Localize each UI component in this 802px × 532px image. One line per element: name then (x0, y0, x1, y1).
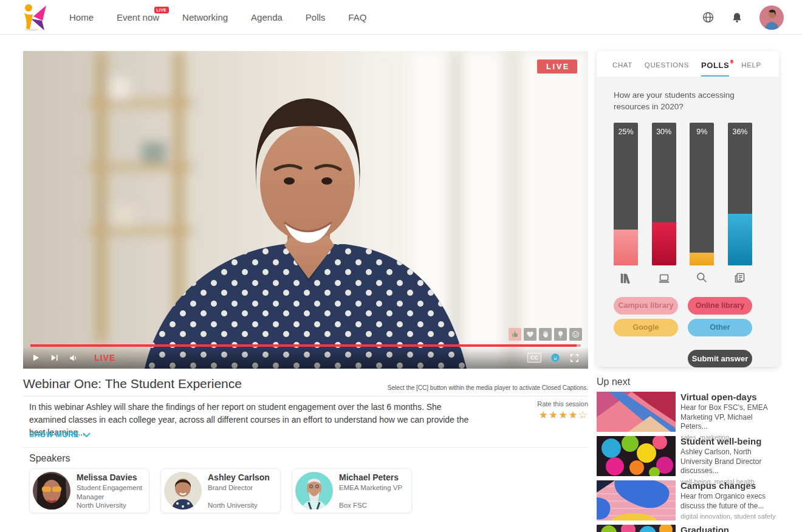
documents-icon (728, 271, 752, 285)
lightbulb-icon[interactable] (554, 328, 567, 341)
top-navigation-bar: Home Event now LIVE Networking Agenda Po… (0, 0, 802, 35)
session-thumbnail (597, 525, 676, 532)
brand-logo[interactable] (18, 2, 47, 32)
volume-icon[interactable] (69, 353, 78, 363)
speaker-name: Michael Peters (339, 472, 409, 482)
search-icon (690, 271, 714, 285)
smiley-icon[interactable] (569, 328, 582, 341)
poll-bar-other: 36% (728, 123, 752, 265)
speaker-card-melissa-davies[interactable]: Melissa Davies Student Engagement Manage… (29, 468, 149, 513)
bell-icon[interactable] (730, 11, 744, 24)
divider (23, 447, 588, 448)
rating-block: Rate this session ★★★★☆ (537, 400, 588, 421)
closed-captions-button[interactable]: CC (527, 353, 541, 363)
option-campus-library[interactable]: Campus library (614, 297, 678, 315)
option-google[interactable]: Google (614, 319, 678, 336)
session-description: In this webinar Ashley will share the fi… (29, 401, 476, 439)
nav-faq[interactable]: FAQ (348, 12, 366, 22)
show-more-link[interactable]: SHOW MORE (29, 431, 91, 439)
panel-tabs: CHAT QUESTIONS POLLS HELP (597, 51, 779, 78)
session-thumbnail (597, 392, 676, 432)
poll-bar-online-library: 30% (652, 123, 676, 265)
session-thumbnail (597, 436, 676, 476)
nav-event-now[interactable]: Event now LIVE (117, 12, 159, 22)
nav-polls[interactable]: Polls (306, 12, 326, 22)
nav-live-badge: LIVE (154, 7, 169, 13)
up-next-tags: digital innovation, student safety (680, 513, 779, 520)
presenter-bubble-icon[interactable] (550, 352, 561, 363)
up-next-title: Virtual open-days (680, 392, 779, 402)
tab-chat[interactable]: CHAT (612, 53, 632, 75)
poll-question: How are your students accessing resource… (614, 90, 753, 113)
live-indicator: LIVE (94, 353, 115, 363)
play-button[interactable] (32, 353, 40, 362)
chevron-down-icon (83, 432, 91, 438)
player-controls: LIVE CC (23, 347, 588, 369)
speaker-avatar (33, 472, 70, 510)
fullscreen-button[interactable] (569, 353, 580, 363)
thumbs-up-icon[interactable] (509, 328, 521, 341)
poll-notification-icon (729, 57, 735, 66)
poll-answer-options: Campus library Online library Google Oth… (614, 297, 752, 336)
live-badge: LIVE (537, 60, 577, 73)
speaker-avatar (164, 472, 202, 510)
globe-icon[interactable] (701, 11, 715, 24)
webinar-video-frame (23, 51, 588, 369)
poll-results-chart: 25% 30% 9% 36% (614, 123, 752, 265)
nav-home[interactable]: Home (69, 12, 94, 22)
nav-networking[interactable]: Networking (182, 12, 228, 22)
up-next-title: Campus changes (680, 480, 779, 491)
speaker-company: North University (77, 502, 146, 509)
nav-agenda[interactable]: Agenda (251, 12, 283, 22)
up-next-title: Student well-being (680, 436, 779, 446)
up-next-item-student-well-being[interactable]: Student well-being Ashley Carlson, North… (597, 436, 779, 485)
poll-bar-google: 9% (690, 123, 714, 265)
video-player[interactable]: LIVE LIVE CC (23, 51, 588, 369)
star-rating[interactable]: ★★★★☆ (537, 409, 588, 421)
up-next-item-campus-changes[interactable]: Campus changes Hear from Organico execs … (597, 480, 779, 520)
speaker-role: Brand Director (208, 483, 278, 502)
divider (23, 396, 588, 397)
rate-session-label: Rate this session (537, 400, 588, 408)
speaker-avatar (295, 472, 333, 510)
heart-icon[interactable] (524, 328, 536, 341)
up-next-item-virtual-open-days[interactable]: Virtual open-days Hear for Box FSC's, EM… (597, 392, 779, 441)
up-next-subtitle: Hear from Organico execs discuss the fut… (680, 492, 779, 511)
speaker-card-ashley-carlson[interactable]: Ashley Carlson Brand Director North Univ… (160, 468, 281, 513)
raised-hand-icon[interactable] (539, 328, 552, 341)
up-next-subtitle: Ashley Carlson, North University Brand D… (680, 448, 779, 476)
laptop-icon (652, 271, 676, 285)
option-other[interactable]: Other (688, 319, 752, 336)
speakers-heading: Speakers (29, 453, 70, 464)
submit-answer-button[interactable]: Submit answer (688, 350, 752, 367)
up-next-heading: Up next (597, 377, 630, 387)
library-books-icon (614, 271, 638, 285)
reaction-buttons (509, 328, 582, 341)
tab-help[interactable]: HELP (741, 53, 761, 75)
poll-content: How are your students accessing resource… (597, 78, 779, 367)
session-title: Webinar One: The Student Experience (23, 377, 242, 391)
speaker-name: Melissa Davies (77, 472, 146, 482)
engagement-panel: CHAT QUESTIONS POLLS HELP How are your s… (597, 51, 779, 367)
poll-bar-campus-library: 25% (614, 123, 638, 265)
option-online-library[interactable]: Online library (688, 297, 752, 315)
tab-questions[interactable]: QUESTIONS (645, 53, 689, 75)
poll-bar-icons (614, 271, 752, 285)
speaker-card-michael-peters[interactable]: Michael Peters EMEA Marketing VP Box FSC (292, 468, 412, 513)
speaker-company: Box FSC (339, 502, 409, 509)
main-nav: Home Event now LIVE Networking Agenda Po… (69, 12, 366, 22)
speaker-role: Student Engagement Manager (77, 483, 146, 502)
up-next-item-graduation[interactable]: Graduation (597, 525, 779, 532)
closed-captions-note: Select the [CC] button within the media … (388, 384, 588, 391)
star-empty[interactable]: ☆ (578, 409, 588, 421)
speaker-role: EMEA Marketing VP (339, 483, 409, 502)
stars-filled[interactable]: ★★★★ (539, 409, 578, 421)
tab-polls[interactable]: POLLS (701, 52, 729, 77)
speaker-name: Ashley Carlson (208, 472, 278, 482)
up-next-subtitle: Hear for Box FSC's, EMEA Marketing VP, M… (680, 403, 779, 432)
user-avatar[interactable] (759, 5, 784, 30)
speaker-company: North University (208, 502, 278, 509)
skip-to-live-button[interactable] (50, 353, 59, 362)
session-thumbnail (597, 480, 676, 520)
up-next-title: Graduation (680, 525, 779, 532)
